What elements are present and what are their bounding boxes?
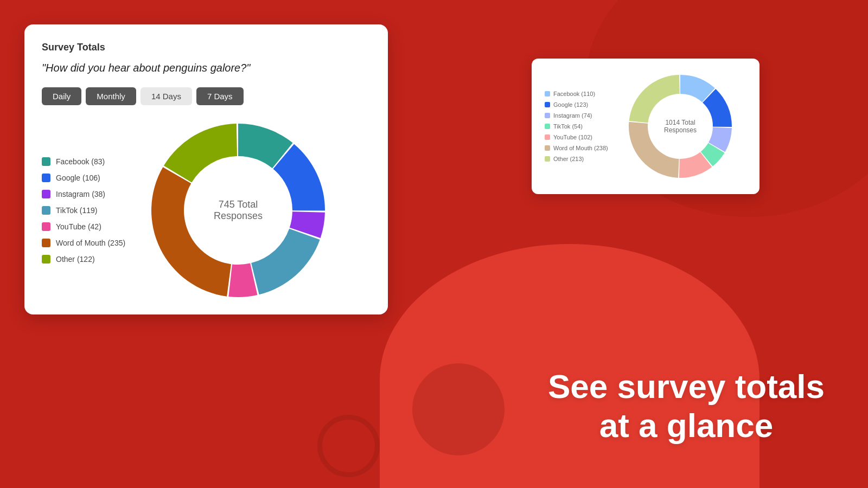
tagline-line2: at a glance [548, 406, 825, 445]
legend-color-box [42, 157, 50, 166]
legend-item: Facebook (83) [42, 157, 129, 166]
secondary-legend-color-box [545, 102, 550, 107]
secondary-legend-label: Facebook (110) [553, 91, 595, 97]
legend-item: Google (106) [42, 174, 129, 182]
legend-label: Instagram (38) [56, 190, 105, 198]
secondary-legend: Facebook (110)Google (123)Instagram (74)… [545, 91, 615, 162]
secondary-legend-label: Instagram (74) [553, 112, 592, 119]
legend-color-box [42, 174, 50, 182]
bg-circle-bottom [412, 363, 505, 455]
legend-item: Other (122) [42, 255, 129, 264]
secondary-legend-color-box [545, 124, 550, 129]
bg-ring-bottom [317, 415, 380, 477]
secondary-legend-color-box [545, 91, 550, 97]
chart-area: Facebook (83)Google (106)Instagram (38)T… [42, 118, 371, 303]
card-question: "How did you hear about penguins galore?… [42, 62, 371, 74]
donut-svg [146, 118, 330, 303]
legend-label: YouTube (42) [56, 222, 101, 231]
legend-item: YouTube (42) [42, 222, 129, 231]
main-card: Survey Totals "How did you hear about pe… [24, 24, 388, 314]
secondary-legend-item: Word of Mouth (238) [545, 145, 615, 151]
legend-color-box [42, 190, 50, 198]
secondary-legend-label: Google (123) [553, 101, 588, 108]
legend-color-box [42, 206, 50, 215]
daily-button[interactable]: Daily [42, 87, 81, 105]
secondary-legend-item: Facebook (110) [545, 91, 615, 97]
secondary-legend-label: Other (213) [553, 156, 584, 162]
legend-item: TikTok (119) [42, 206, 129, 215]
legend-label: Word of Mouth (235) [56, 239, 125, 247]
card-title: Survey Totals [42, 42, 371, 53]
secondary-legend-item: YouTube (102) [545, 134, 615, 140]
secondary-donut-center: 1014 Total Responses [653, 119, 707, 134]
legend-label: Google (106) [56, 174, 100, 182]
secondary-legend-label: YouTube (102) [553, 134, 592, 140]
7days-button[interactable]: 7 Days [196, 87, 244, 105]
legend-item: Word of Mouth (235) [42, 239, 129, 247]
chart-legend: Facebook (83)Google (106)Instagram (38)T… [42, 157, 129, 264]
14days-button[interactable]: 14 Days [141, 87, 192, 105]
secondary-legend-label: Word of Mouth (238) [553, 145, 608, 151]
legend-color-box [42, 255, 50, 264]
secondary-legend-color-box [545, 134, 550, 140]
legend-color-box [42, 239, 50, 247]
secondary-legend-color-box [545, 156, 550, 162]
legend-label: TikTok (119) [56, 206, 98, 215]
secondary-legend-color-box [545, 113, 550, 118]
legend-item: Instagram (38) [42, 190, 129, 198]
period-button-group: Daily Monthly 14 Days 7 Days [42, 87, 371, 105]
donut-chart: 745 Total Responses [146, 118, 330, 303]
bg-decoration-bottom-right [380, 244, 760, 488]
secondary-legend-item: TikTok (54) [545, 123, 615, 130]
legend-color-box [42, 222, 50, 231]
tagline: See survey totals at a glance [548, 367, 825, 445]
secondary-card: Facebook (110)Google (123)Instagram (74)… [532, 59, 760, 194]
secondary-legend-label: TikTok (54) [553, 123, 583, 130]
secondary-legend-item: Google (123) [545, 101, 615, 108]
monthly-button[interactable]: Monthly [86, 87, 136, 105]
secondary-donut-chart: 1014 Total Responses [626, 72, 735, 181]
secondary-legend-item: Instagram (74) [545, 112, 615, 119]
legend-label: Facebook (83) [56, 157, 105, 166]
secondary-legend-item: Other (213) [545, 156, 615, 162]
legend-label: Other (122) [56, 255, 95, 264]
secondary-legend-color-box [545, 145, 550, 151]
tagline-line1: See survey totals [548, 367, 825, 406]
